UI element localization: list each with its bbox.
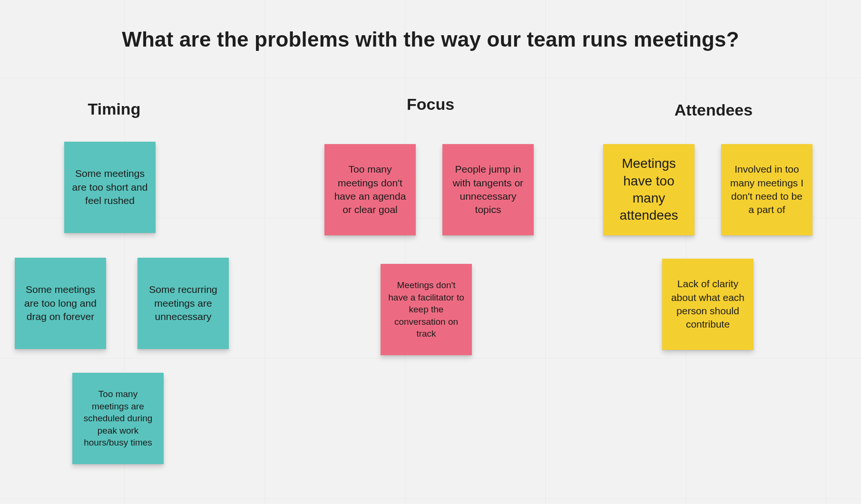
sticky-note-attendees-clarity[interactable]: Lack of clarity about what each person s… (662, 259, 753, 350)
sticky-note-focus-tangents[interactable]: People jump in with tangents or unnecess… (442, 144, 534, 235)
category-label-timing[interactable]: Timing (55, 100, 174, 118)
sticky-note-focus-facilitator[interactable]: Meetings don't have a facilitator to kee… (381, 264, 472, 355)
board-title[interactable]: What are the problems with the way our t… (0, 28, 861, 51)
sticky-note-timing-long[interactable]: Some meetings are too long and drag on f… (15, 258, 106, 349)
sticky-note-timing-recurring[interactable]: Some recurring meetings are unnecessary (137, 258, 229, 349)
category-label-attendees[interactable]: Attendees (642, 101, 785, 119)
sticky-note-timing-short[interactable]: Some meetings are too short and feel rus… (64, 142, 156, 233)
category-label-focus[interactable]: Focus (371, 95, 490, 114)
sticky-note-attendees-too-many[interactable]: Meetings have too many attendees (603, 144, 695, 235)
sticky-note-timing-peak[interactable]: Too many meetings are scheduled during p… (72, 373, 164, 464)
sticky-note-attendees-involved[interactable]: Involved in too many meetings I don't ne… (721, 144, 812, 235)
sticky-note-focus-agenda[interactable]: Too many meetings don't have an agenda o… (324, 144, 416, 235)
whiteboard-canvas[interactable]: What are the problems with the way our t… (0, 0, 861, 504)
